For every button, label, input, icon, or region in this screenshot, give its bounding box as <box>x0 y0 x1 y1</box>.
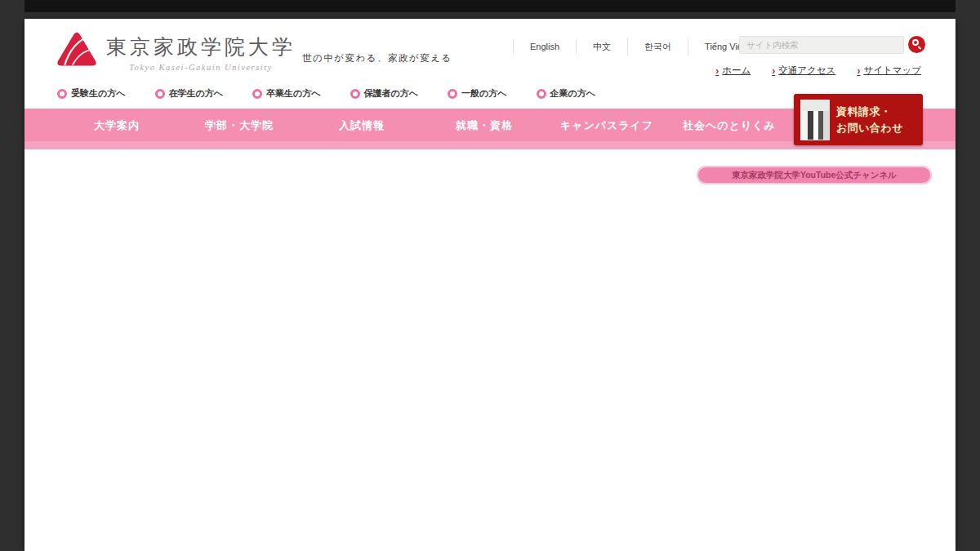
audience-link-applicants[interactable]: 受験生の方へ <box>57 87 126 100</box>
audience-label: 在学生の方へ <box>169 87 224 100</box>
search-icon <box>912 39 919 46</box>
link-home[interactable]: ›ホーム <box>715 64 751 77</box>
lang-link-chinese[interactable]: 中文 <box>577 38 628 56</box>
link-sitemap-label: サイトマップ <box>863 64 921 77</box>
audience-label: 受験生の方へ <box>71 87 126 100</box>
language-switcher: English 中文 한국어 Tiếng Việt <box>513 37 762 56</box>
browser-frame-top <box>24 0 956 12</box>
audience-links: 受験生の方へ 在学生の方へ 卒業生の方へ 保護者の方へ 一般の方へ 企業の方へ <box>57 87 595 100</box>
cta-line1: 資料請求・ <box>836 104 903 120</box>
site-search <box>739 36 925 54</box>
search-button[interactable] <box>908 36 925 53</box>
university-name-en: Tokyo Kasei-Gakuin University <box>106 63 296 72</box>
circle-arrow-icon <box>350 89 360 99</box>
audience-label: 企業の方へ <box>550 87 596 100</box>
university-name-jp: 東京家政学院大学 <box>106 33 296 60</box>
cta-line2: お問い合わせ <box>836 120 903 136</box>
site-logo[interactable]: 東京家政学院大学 Tokyo Kasei-Gakuin University <box>56 30 296 72</box>
audience-link-alumni[interactable]: 卒業生の方へ <box>252 87 321 100</box>
nav-item-about[interactable]: 大学案内 <box>56 109 178 149</box>
nav-item-social[interactable]: 社会へのとりくみ <box>668 109 791 149</box>
audience-label: 卒業生の方へ <box>266 87 321 100</box>
nav-item-campus-life[interactable]: キャンパスライフ <box>546 109 668 149</box>
audience-link-general[interactable]: 一般の方へ <box>448 87 507 100</box>
audience-link-companies[interactable]: 企業の方へ <box>537 87 596 100</box>
logo-text: 東京家政学院大学 Tokyo Kasei-Gakuin University <box>106 30 296 72</box>
search-input[interactable] <box>739 36 904 54</box>
chevron-right-icon: › <box>772 65 775 77</box>
link-access[interactable]: ›交通アクセス <box>772 64 835 77</box>
audience-label: 一般の方へ <box>461 87 507 100</box>
lang-link-korean[interactable]: 한국어 <box>628 38 688 56</box>
contact-cta-label: 資料請求・ お問い合わせ <box>836 104 903 136</box>
brochure-photo-thumbnail <box>800 100 830 140</box>
link-home-label: ホーム <box>722 64 751 77</box>
audience-link-parents[interactable]: 保護者の方へ <box>350 87 419 100</box>
circle-arrow-icon <box>448 89 457 99</box>
nav-item-admissions[interactable]: 入試情報 <box>301 109 423 149</box>
audience-link-current-students[interactable]: 在学生の方へ <box>155 87 224 100</box>
circle-arrow-icon <box>155 89 165 99</box>
link-access-label: 交通アクセス <box>778 64 835 77</box>
lang-link-english[interactable]: English <box>513 39 577 54</box>
contact-cta-button[interactable]: 資料請求・ お問い合わせ <box>794 94 923 145</box>
youtube-channel-banner[interactable]: 東京家政学院大学YouTube公式チャンネル <box>697 166 932 184</box>
chevron-right-icon: › <box>857 65 860 77</box>
circle-arrow-icon <box>252 89 262 99</box>
page: 東京家政学院大学 Tokyo Kasei-Gakuin University 世… <box>24 19 956 551</box>
nav-item-careers[interactable]: 就職・資格 <box>423 109 546 149</box>
university-logo-icon <box>56 30 98 69</box>
nav-item-faculties[interactable]: 学部・大学院 <box>178 109 301 149</box>
chevron-right-icon: › <box>715 65 719 77</box>
audience-label: 保護者の方へ <box>364 87 419 100</box>
link-sitemap[interactable]: ›サイトマップ <box>857 64 921 77</box>
tagline: 世の中が変わる、家政が変える <box>302 52 452 64</box>
circle-arrow-icon <box>537 89 546 99</box>
utility-links: ›ホーム ›交通アクセス ›サイトマップ <box>715 64 921 77</box>
circle-arrow-icon <box>57 89 67 99</box>
